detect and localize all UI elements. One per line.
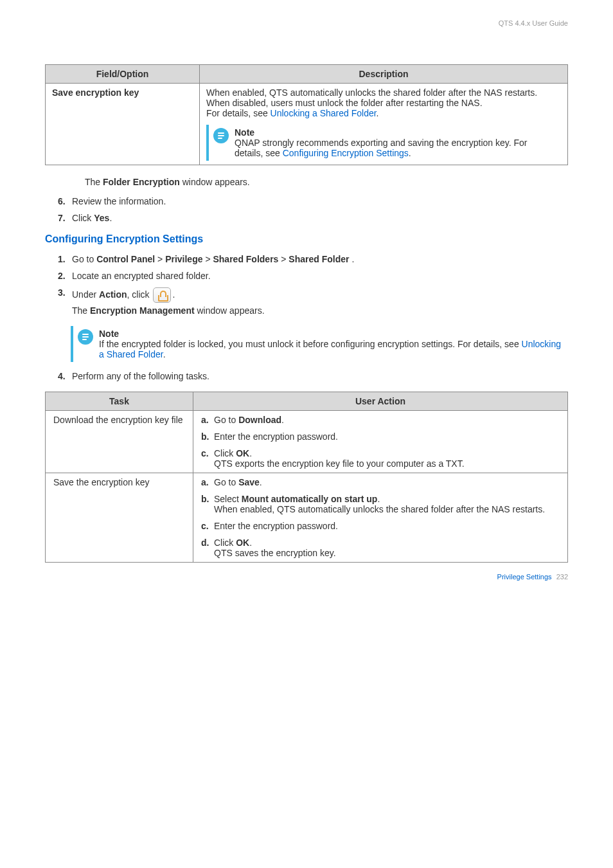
note-icon [77, 329, 94, 345]
step-6: 6. Review the information. [58, 196, 568, 206]
step-number: 4. [58, 371, 72, 381]
list-item: a. Go to Save. [201, 477, 560, 487]
note-icon [213, 127, 229, 144]
task-label: Download the encryption key file [46, 411, 193, 473]
step-number: 3. [58, 287, 72, 316]
svg-rect-7 [82, 339, 87, 340]
note-body: Note QNAP strongly recommends exporting … [235, 127, 557, 158]
svg-rect-1 [218, 132, 224, 134]
list-item: d. Click OK. QTS saves the encryption ke… [201, 538, 560, 558]
note-box: Note QNAP strongly recommends exporting … [206, 125, 561, 161]
task-actions: a. Go to Save. b. Select Mount automatic… [193, 473, 568, 563]
svg-rect-5 [82, 334, 89, 335]
link-unlocking-shared-folder[interactable]: Unlocking a Shared Folder [271, 108, 377, 118]
step-number: 2. [58, 271, 72, 281]
link-configuring-encryption-settings[interactable]: Configuring Encryption Settings [283, 148, 409, 158]
list-item: a. Go to Download. [201, 415, 560, 425]
task-label: Save the encryption key [46, 473, 193, 563]
col-header-field: Field/Option [46, 65, 200, 84]
note-box: Note If the encrypted folder is locked, … [71, 326, 568, 362]
note-title: Note [99, 329, 564, 339]
task-actions: a. Go to Download. b. Enter the encrypti… [193, 411, 568, 473]
section-heading-configuring-encryption-settings: Configuring Encryption Settings [45, 233, 568, 245]
steps-list-1: 6. Review the information. 7. Click Yes. [58, 196, 568, 223]
step-3: 3. Under Action, click . The Encryption … [58, 287, 568, 316]
col-header-description: Description [200, 65, 568, 84]
lock-icon[interactable] [153, 287, 171, 303]
header-guide-title: QTS 4.4.x User Guide [499, 19, 568, 27]
list-item: b. Enter the encryption password. [201, 431, 560, 442]
step-text: Under Action, click . The Encryption Man… [72, 287, 568, 316]
steps-list-3: 4. Perform any of the following tasks. [58, 371, 568, 381]
step-text: Go to Control Panel > Privilege > Shared… [72, 254, 568, 264]
field-label: Save encryption key [46, 84, 200, 165]
footer-section: Privilege Settings [497, 573, 552, 581]
note-title: Note [235, 127, 557, 138]
table-row: Save the encryption key a. Go to Save. b… [46, 473, 568, 563]
footer: Privilege Settings 232 [497, 573, 568, 581]
window-appears-text: The Folder Encryption window appears. [85, 177, 568, 187]
step-number: 1. [58, 254, 72, 264]
note-text: If the encrypted folder is locked, you m… [99, 339, 561, 359]
svg-rect-2 [218, 135, 224, 136]
field-description: When enabled, QTS automatically unlocks … [200, 84, 568, 165]
step-number: 7. [58, 213, 72, 223]
steps-list-2: 1. Go to Control Panel > Privilege > Sha… [58, 254, 568, 316]
step-text: Perform any of the following tasks. [72, 371, 568, 381]
list-item: b. Select Mount automatically on start u… [201, 494, 560, 514]
step-2: 2. Locate an encrypted shared folder. [58, 271, 568, 281]
step-text: Click Yes. [72, 213, 568, 223]
list-item: c. Click OK. QTS exports the encryption … [201, 448, 560, 469]
step-text: Locate an encrypted shared folder. [72, 271, 568, 281]
note-body: Note If the encrypted folder is locked, … [99, 329, 564, 359]
footer-page-number: 232 [556, 573, 568, 581]
field-option-table: Field/Option Description Save encryption… [45, 64, 568, 165]
desc-line-2: When disabled, users must unlock the fol… [206, 98, 561, 108]
desc-line-1: When enabled, QTS automatically unlocks … [206, 87, 561, 98]
svg-rect-3 [218, 138, 222, 139]
step-4: 4. Perform any of the following tasks. [58, 371, 568, 381]
list-item: c. Enter the encryption password. [201, 521, 560, 531]
step-text: Review the information. [72, 196, 568, 206]
svg-rect-6 [82, 336, 89, 338]
step-7: 7. Click Yes. [58, 213, 568, 223]
task-table: Task User Action Download the encryption… [45, 392, 568, 563]
step-1: 1. Go to Control Panel > Privilege > Sha… [58, 254, 568, 264]
col-header-user-action: User Action [193, 392, 568, 411]
step-number: 6. [58, 196, 72, 206]
desc-line-3: For details, see Unlocking a Shared Fold… [206, 108, 561, 118]
col-header-task: Task [46, 392, 193, 411]
table-row: Download the encryption key file a. Go t… [46, 411, 568, 473]
table-row: Save encryption key When enabled, QTS au… [46, 84, 568, 165]
note-text: QNAP strongly recommends exporting and s… [235, 138, 527, 158]
